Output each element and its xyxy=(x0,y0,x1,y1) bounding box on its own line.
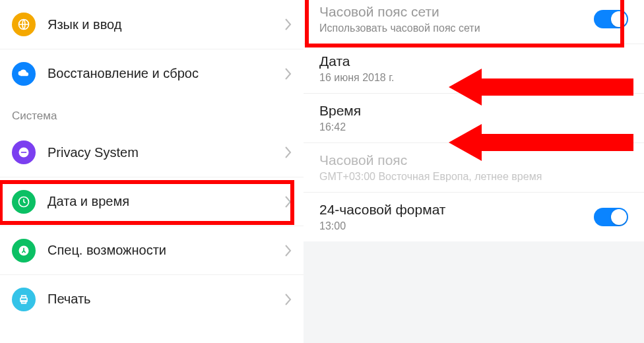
row-privacy-system[interactable]: Privacy System xyxy=(0,128,304,177)
date-time-settings: Часовой пояс сети Использовать часовой п… xyxy=(304,0,644,343)
svg-rect-2 xyxy=(21,152,26,153)
chevron-right-icon xyxy=(284,18,292,31)
row-label: Язык и ввод xyxy=(48,17,284,32)
cloud-reset-icon xyxy=(12,62,36,86)
row-label: Privacy System xyxy=(48,145,284,160)
row-print[interactable]: Печать xyxy=(0,274,304,323)
privacy-icon xyxy=(12,140,36,164)
section-header-system: Система xyxy=(0,98,304,128)
row-label: Дата и время xyxy=(48,194,284,209)
switch-network-timezone[interactable] xyxy=(594,10,628,28)
row-title: 24-часовой формат xyxy=(319,202,594,218)
row-24h-format[interactable]: 24-часовой формат 13:00 xyxy=(304,193,644,241)
row-label: Спец. возможности xyxy=(48,243,284,258)
svg-rect-6 xyxy=(22,296,26,297)
row-label: Восстановление и сброс xyxy=(48,66,284,81)
chevron-right-icon xyxy=(284,67,292,80)
row-accessibility[interactable]: Спец. возможности xyxy=(0,226,304,274)
settings-list: Язык и ввод Восстановление и сброс Систе… xyxy=(0,0,304,343)
row-network-timezone[interactable]: Часовой пояс сети Использовать часовой п… xyxy=(304,0,644,44)
row-subtitle: Использовать часовой пояс сети xyxy=(319,22,594,34)
chevron-right-icon xyxy=(284,293,292,306)
accessibility-icon xyxy=(12,239,36,263)
row-label: Печать xyxy=(48,292,284,307)
app-root: Язык и ввод Восстановление и сброс Систе… xyxy=(0,0,644,343)
chevron-right-icon xyxy=(284,244,292,257)
chevron-right-icon xyxy=(284,195,292,208)
row-title: Дата xyxy=(319,53,628,69)
row-title: Часовой пояс сети xyxy=(319,4,594,20)
row-language-input[interactable]: Язык и ввод xyxy=(0,0,304,49)
printer-icon xyxy=(12,288,36,311)
row-backup-reset[interactable]: Восстановление и сброс xyxy=(0,49,304,98)
switch-24h-format[interactable] xyxy=(594,208,628,226)
annotation-arrow-date xyxy=(449,69,633,106)
row-subtitle: GMT+03:00 Восточная Европа, летнее время xyxy=(319,171,628,183)
svg-marker-9 xyxy=(449,124,633,161)
chevron-right-icon xyxy=(284,146,292,159)
svg-marker-8 xyxy=(449,69,633,106)
annotation-arrow-time xyxy=(449,124,633,161)
clock-icon xyxy=(12,190,36,214)
row-subtitle: 13:00 xyxy=(319,220,594,232)
globe-icon xyxy=(12,13,36,36)
row-date-time[interactable]: Дата и время xyxy=(0,177,304,226)
